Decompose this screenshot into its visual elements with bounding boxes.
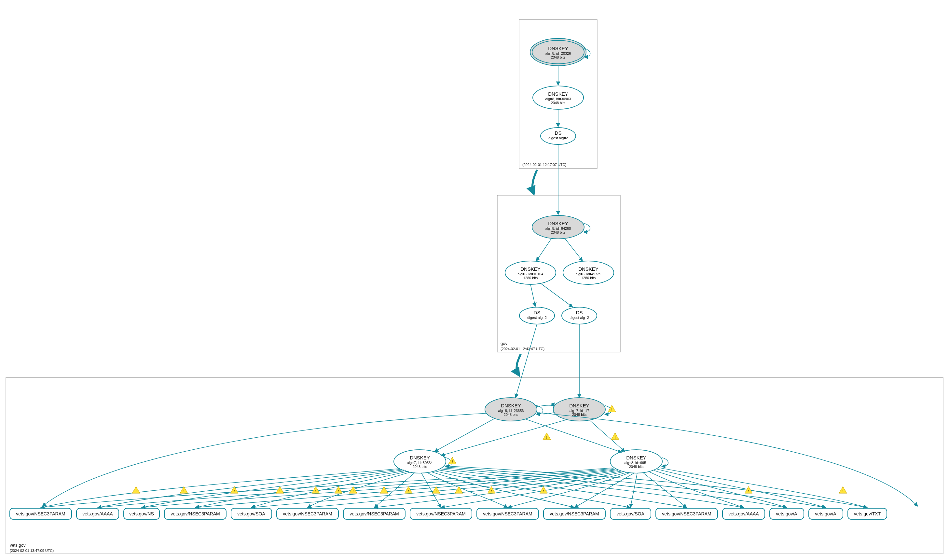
svg-text:!: ! bbox=[279, 489, 280, 493]
svg-text:alg=8, id=49735: alg=8, id=49735 bbox=[576, 272, 601, 276]
node-vets-ksk2: DNSKEY alg=7, id=17 2048 bits bbox=[553, 398, 605, 421]
edge-deleg-gov-vets bbox=[517, 354, 521, 375]
svg-text:alg=7, id=50534: alg=7, id=50534 bbox=[407, 461, 433, 465]
rr-r5: vets.gov/NSEC3PARAM bbox=[277, 508, 338, 519]
svg-text:!: ! bbox=[543, 489, 544, 493]
svg-text:vets.gov/TXT: vets.gov/TXT bbox=[854, 511, 881, 516]
edge-vets-ksk1-zsk1 bbox=[434, 418, 495, 452]
svg-text:!: ! bbox=[842, 489, 844, 493]
svg-text:vets.gov/NSEC3PARAM: vets.gov/NSEC3PARAM bbox=[16, 511, 65, 516]
svg-text:alg=7, id=17: alg=7, id=17 bbox=[569, 409, 589, 412]
svg-text:!: ! bbox=[135, 489, 137, 493]
rr-r4: vets.gov/SOA bbox=[231, 508, 272, 519]
svg-text:DNSKEY: DNSKEY bbox=[410, 455, 430, 460]
zone-root-label: . bbox=[522, 157, 524, 162]
svg-text:!: ! bbox=[352, 489, 354, 493]
svg-text:vets.gov/NSEC3PARAM: vets.gov/NSEC3PARAM bbox=[416, 511, 465, 516]
svg-text:digest alg=2: digest alg=2 bbox=[527, 315, 547, 320]
svg-text:vets.gov/NSEC3PARAM: vets.gov/NSEC3PARAM bbox=[349, 511, 399, 516]
svg-text:DS: DS bbox=[576, 310, 583, 315]
svg-text:!: ! bbox=[183, 489, 185, 493]
svg-text:2048 bits: 2048 bits bbox=[413, 465, 427, 469]
edge-gov-ksk-self bbox=[583, 223, 590, 232]
rr-r12: vets.gov/AAAA bbox=[723, 508, 765, 519]
rr-r8: vets.gov/NSEC3PARAM bbox=[477, 508, 538, 519]
rr-r1: vets.gov/AAAA bbox=[77, 508, 119, 519]
svg-text:alg=8, id=64280: alg=8, id=64280 bbox=[546, 226, 571, 231]
edge-vets-ksk1-r15 bbox=[537, 412, 918, 506]
rr-r15: vets.gov/TXT bbox=[848, 508, 887, 519]
zone-root-timestamp: (2024-02-01 12:17:07 UTC) bbox=[522, 163, 566, 166]
svg-text:!: ! bbox=[614, 435, 616, 439]
zone-gov: gov (2024-02-01 12:42:47 UTC) DNSKEY alg… bbox=[497, 145, 620, 352]
svg-text:vets.gov/NSEC3PARAM: vets.gov/NSEC3PARAM bbox=[283, 511, 332, 516]
svg-text:vets.gov/NS: vets.gov/NS bbox=[129, 511, 154, 516]
node-vets-zsk1: DNSKEY alg=7, id=50534 2048 bits bbox=[394, 450, 446, 473]
svg-text:!: ! bbox=[458, 489, 460, 493]
svg-text:DNSKEY: DNSKEY bbox=[569, 403, 589, 408]
svg-text:!: ! bbox=[435, 489, 437, 493]
svg-text:DNSKEY: DNSKEY bbox=[578, 266, 598, 272]
dnssec-graph: . (2024-02-01 12:17:07 UTC) DNSKEY alg=8… bbox=[0, 0, 949, 560]
svg-text:!: ! bbox=[338, 489, 339, 493]
svg-text:!: ! bbox=[546, 435, 548, 439]
svg-text:!: ! bbox=[491, 489, 492, 493]
svg-text:DNSKEY: DNSKEY bbox=[548, 221, 568, 226]
rr-r0: vets.gov/NSEC3PARAM bbox=[10, 508, 72, 519]
svg-text:!: ! bbox=[452, 460, 453, 464]
svg-text:alg=8, id=9951: alg=8, id=9951 bbox=[624, 461, 648, 465]
edge-gov-ksk-zsk2 bbox=[564, 238, 583, 261]
svg-text:vets.gov/A: vets.gov/A bbox=[776, 511, 797, 516]
svg-text:!: ! bbox=[408, 489, 409, 493]
edge-gov-zsk1-ds1 bbox=[531, 285, 535, 306]
edge-vets-ksk2-zsk2 bbox=[589, 420, 625, 452]
svg-text:alg=8, id=30903: alg=8, id=30903 bbox=[546, 97, 571, 101]
svg-text:vets.gov/AAAA: vets.gov/AAAA bbox=[728, 511, 759, 516]
edge-deleg-root-gov bbox=[532, 170, 537, 194]
svg-text:1280 bits: 1280 bits bbox=[523, 276, 538, 280]
svg-text:DNSKEY: DNSKEY bbox=[548, 46, 568, 51]
svg-text:DNSKEY: DNSKEY bbox=[548, 91, 568, 97]
svg-text:DNSKEY: DNSKEY bbox=[626, 455, 646, 460]
svg-text:!: ! bbox=[234, 489, 235, 493]
node-gov-ksk: DNSKEY alg=8, id=64280 2048 bits bbox=[532, 215, 584, 239]
svg-rect-32 bbox=[6, 377, 943, 554]
node-gov-ds2: DS digest alg=2 bbox=[562, 307, 597, 324]
svg-text:2048 bits: 2048 bits bbox=[504, 412, 518, 417]
svg-text:alg=8, id=10104: alg=8, id=10104 bbox=[518, 272, 543, 276]
node-vets-ksk1: DNSKEY alg=8, id=23656 2048 bits bbox=[485, 398, 537, 421]
svg-text:alg=8, id=20326: alg=8, id=20326 bbox=[546, 51, 571, 55]
svg-text:!: ! bbox=[748, 489, 749, 493]
rr-r6: vets.gov/NSEC3PARAM bbox=[343, 508, 405, 519]
svg-text:vets.gov/NSEC3PARAM: vets.gov/NSEC3PARAM bbox=[662, 511, 711, 516]
svg-text:DS: DS bbox=[534, 310, 541, 315]
svg-text:2048 bits: 2048 bits bbox=[551, 231, 566, 234]
svg-text:vets.gov/NSEC3PARAM: vets.gov/NSEC3PARAM bbox=[550, 511, 599, 516]
warn-ksk-zsk-b: ! bbox=[611, 433, 619, 440]
svg-text:DS: DS bbox=[555, 130, 562, 136]
rr-r3: vets.gov/NSEC3PARAM bbox=[165, 508, 226, 519]
svg-text:vets.gov/SOA: vets.gov/SOA bbox=[237, 511, 265, 516]
svg-text:!: ! bbox=[315, 489, 316, 493]
svg-text:digest alg=2: digest alg=2 bbox=[548, 136, 568, 140]
svg-text:vets.gov/NSEC3PARAM: vets.gov/NSEC3PARAM bbox=[171, 511, 220, 516]
node-root-ksk: DNSKEY alg=8, id=20326 2048 bits bbox=[530, 38, 586, 66]
svg-text:vets.gov/NSEC3PARAM: vets.gov/NSEC3PARAM bbox=[483, 511, 532, 516]
node-gov-ds1: DS digest alg=2 bbox=[520, 307, 555, 324]
zone-vets: vets.gov (2024-02-01 13:47:09 UTC) DNSKE… bbox=[6, 324, 943, 554]
rr-r10: vets.gov/SOA bbox=[610, 508, 651, 519]
svg-text:!: ! bbox=[611, 408, 612, 412]
svg-text:2048 bits: 2048 bits bbox=[572, 412, 587, 417]
svg-text:2048 bits: 2048 bits bbox=[551, 101, 566, 105]
zone-vets-timestamp: (2024-02-01 13:47:09 UTC) bbox=[10, 549, 54, 552]
node-root-zsk: DNSKEY alg=8, id=30903 2048 bits bbox=[533, 86, 583, 109]
zone-vets-label: vets.gov bbox=[10, 543, 26, 548]
warn-vets-ksk2: ! bbox=[608, 405, 616, 412]
zone-gov-timestamp: (2024-02-01 12:42:47 UTC) bbox=[500, 347, 544, 351]
svg-text:vets.gov/SOA: vets.gov/SOA bbox=[617, 511, 644, 516]
svg-text:DNSKEY: DNSKEY bbox=[520, 266, 541, 272]
node-vets-zsk2: DNSKEY alg=8, id=9951 2048 bits bbox=[610, 450, 662, 473]
edge-gov-zsk1-ds2 bbox=[540, 283, 573, 307]
svg-text:DNSKEY: DNSKEY bbox=[501, 403, 521, 408]
rr-r14: vets.gov/A bbox=[809, 508, 843, 519]
